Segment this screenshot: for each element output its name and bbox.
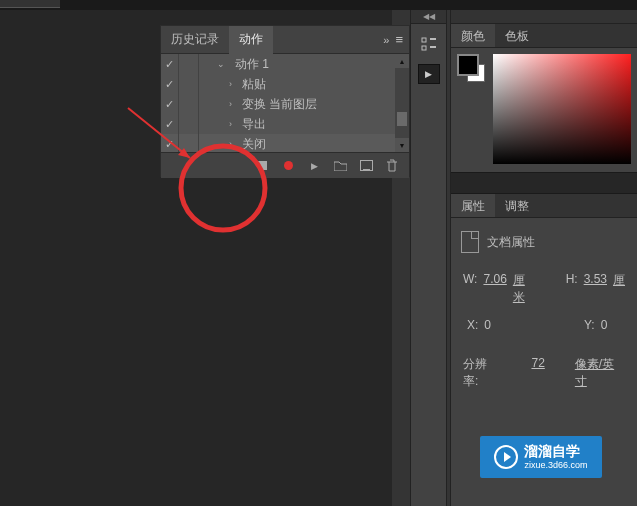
panel-gap xyxy=(451,172,637,194)
attrs-panel-body: 文档属性 W: 7.06 厘米 H: 3.53 厘 X: 0 Y: 0 xyxy=(451,218,637,406)
resolution-label: 分辨率: xyxy=(463,356,501,390)
delete-button[interactable] xyxy=(385,159,399,173)
action-row[interactable]: ✓ › 导出 xyxy=(161,114,409,134)
fg-color-swatch[interactable] xyxy=(457,54,479,76)
stop-button[interactable] xyxy=(255,159,269,173)
tab-history[interactable]: 历史记录 xyxy=(161,26,229,54)
svg-rect-1 xyxy=(363,169,370,170)
height-value[interactable]: 3.53 xyxy=(584,272,607,306)
action-label: 导出 xyxy=(242,116,266,133)
scroll-up-icon[interactable]: ▲ xyxy=(395,54,409,68)
dock-play-button[interactable]: ▶ xyxy=(418,64,440,84)
record-button[interactable] xyxy=(281,159,295,173)
action-label: 变换 当前图层 xyxy=(242,96,317,113)
dock-icon-1[interactable] xyxy=(411,30,447,58)
scroll-thumb[interactable] xyxy=(397,112,407,126)
chevron-right-icon[interactable]: › xyxy=(229,139,232,149)
action-list: ✓ ⌄ 动作 1 ✓ › 粘贴 ✓ › 变换 当前图层 ✓ xyxy=(161,54,409,152)
check-icon[interactable]: ✓ xyxy=(165,58,174,71)
width-label: W: xyxy=(463,272,477,306)
document-properties-title: 文档属性 xyxy=(487,234,535,251)
check-icon[interactable]: ✓ xyxy=(165,118,174,131)
svg-rect-2 xyxy=(422,38,426,42)
svg-rect-4 xyxy=(422,46,426,50)
watermark-line2: zixue.3d66.com xyxy=(524,460,587,471)
y-label: Y: xyxy=(584,318,595,332)
tab-actions[interactable]: 动作 xyxy=(229,26,273,54)
new-action-button[interactable] xyxy=(359,159,373,173)
tab-swatches[interactable]: 色板 xyxy=(495,24,539,47)
dock-collapse-button[interactable] xyxy=(451,10,637,24)
color-panel-body xyxy=(451,48,637,172)
top-strip xyxy=(0,0,637,10)
chevron-right-icon[interactable]: › xyxy=(229,99,232,109)
chevron-right-icon[interactable]: › xyxy=(229,119,232,129)
check-icon[interactable]: ✓ xyxy=(165,78,174,91)
tab-adjustments[interactable]: 调整 xyxy=(495,194,539,217)
action-label: 粘贴 xyxy=(242,76,266,93)
document-tab-stub[interactable] xyxy=(0,0,60,8)
actions-panel: 历史记录 动作 » ≡ ✓ ⌄ 动作 1 ✓ › 粘贴 ✓ xyxy=(160,25,410,177)
svg-rect-3 xyxy=(430,38,436,40)
watermark-line1: 溜溜自学 xyxy=(524,443,587,460)
panel-tabs: 历史记录 动作 » ≡ xyxy=(161,26,409,54)
tab-properties[interactable]: 属性 xyxy=(451,194,495,217)
action-label: 关闭 xyxy=(242,136,266,153)
action-row[interactable]: ✓ › 粘贴 xyxy=(161,74,409,94)
play-icon: ▶ xyxy=(425,69,432,79)
actions-footer: ▶ xyxy=(161,152,409,178)
action-label: 动作 1 xyxy=(235,56,269,73)
chevron-down-icon[interactable]: ⌄ xyxy=(217,59,225,69)
color-panel-tabs: 颜色 色板 xyxy=(451,24,637,48)
check-icon[interactable]: ✓ xyxy=(165,138,174,151)
width-value[interactable]: 7.06 xyxy=(483,272,506,306)
collapsed-dock: ◀◀ ▶ xyxy=(410,10,447,506)
play-button[interactable]: ▶ xyxy=(307,159,321,173)
height-label: H: xyxy=(566,272,578,306)
svg-rect-5 xyxy=(430,46,436,48)
scroll-down-icon[interactable]: ▼ xyxy=(395,138,409,152)
resolution-unit[interactable]: 像素/英寸 xyxy=(575,356,625,390)
fg-bg-swatch[interactable] xyxy=(457,54,487,84)
tab-color[interactable]: 颜色 xyxy=(451,24,495,47)
document-icon xyxy=(461,231,479,253)
right-dock: 颜色 色板 属性 调整 文档属性 W: 7.06 厘米 H: 3.53 xyxy=(450,10,637,506)
action-row[interactable]: ✓ ⌄ 动作 1 xyxy=(161,54,409,74)
x-label: X: xyxy=(467,318,478,332)
color-picker[interactable] xyxy=(493,54,631,164)
resolution-value[interactable]: 72 xyxy=(531,356,544,390)
flyout-menu-icon[interactable]: ≡ xyxy=(395,32,403,47)
scrollbar[interactable]: ▲ ▼ xyxy=(395,54,409,152)
height-unit[interactable]: 厘 xyxy=(613,272,625,306)
watermark-logo-icon xyxy=(494,445,518,469)
flyout-more-icon[interactable]: » xyxy=(383,34,389,46)
attrs-panel-tabs: 属性 调整 xyxy=(451,194,637,218)
chevron-right-icon[interactable]: › xyxy=(229,79,232,89)
new-set-button[interactable] xyxy=(333,159,347,173)
watermark: 溜溜自学 zixue.3d66.com xyxy=(480,436,602,478)
y-value[interactable]: 0 xyxy=(601,318,608,332)
width-unit[interactable]: 厘米 xyxy=(513,272,536,306)
x-value[interactable]: 0 xyxy=(484,318,491,332)
action-row[interactable]: ✓ › 变换 当前图层 xyxy=(161,94,409,114)
collapse-button[interactable]: ◀◀ xyxy=(411,10,446,24)
check-icon[interactable]: ✓ xyxy=(165,98,174,111)
action-row[interactable]: ✓ › 关闭 xyxy=(161,134,409,152)
